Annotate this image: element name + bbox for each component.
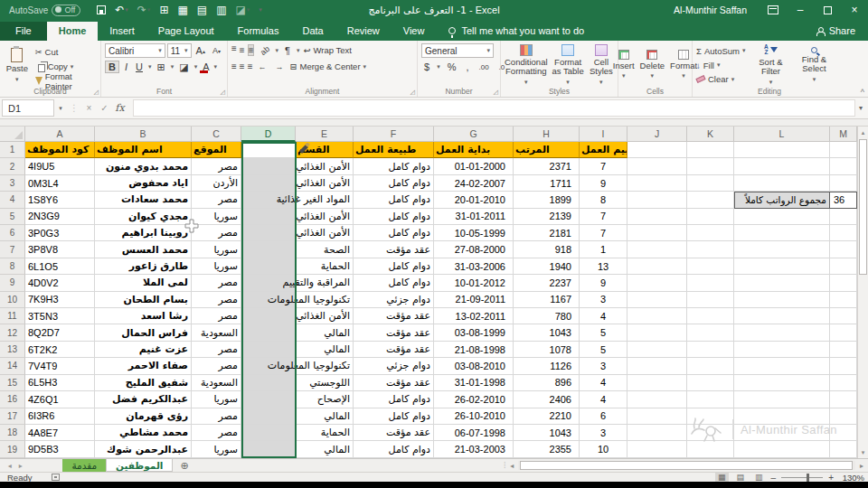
- cell[interactable]: طبيعة العمل: [354, 142, 434, 158]
- cell[interactable]: المرتب: [514, 142, 580, 158]
- cell[interactable]: [830, 358, 857, 374]
- cell[interactable]: [687, 375, 734, 391]
- autosum-button[interactable]: ΣAutoSum▾: [696, 44, 745, 58]
- cell[interactable]: 4D0V2: [25, 275, 95, 291]
- row-number[interactable]: 1: [0, 142, 25, 158]
- cell[interactable]: 1S8Y6: [25, 192, 95, 208]
- cell[interactable]: 7: [580, 225, 627, 241]
- cell[interactable]: 27-08-2000: [434, 241, 514, 258]
- cell[interactable]: [627, 158, 687, 174]
- row-number[interactable]: 15: [0, 375, 25, 391]
- macro-record-icon[interactable]: [52, 474, 60, 481]
- align-left-button[interactable]: ≡: [231, 61, 236, 71]
- cell[interactable]: 13: [580, 258, 627, 275]
- cell[interactable]: دوام كامل: [354, 391, 434, 408]
- comma-style-button[interactable]: ,: [463, 61, 471, 72]
- cell[interactable]: مصر: [192, 425, 241, 441]
- collapse-ribbon-button[interactable]: ^: [861, 88, 864, 97]
- cell[interactable]: 6T2K2: [25, 342, 95, 358]
- cell[interactable]: الأمن الغذائي: [296, 225, 354, 241]
- row-number[interactable]: 13: [0, 342, 25, 358]
- cell[interactable]: 01-01-2000: [434, 158, 514, 174]
- cell[interactable]: [687, 391, 734, 408]
- middle-align-button[interactable]: ≡: [240, 45, 244, 55]
- column-header[interactable]: E: [296, 127, 354, 142]
- cell[interactable]: [830, 425, 857, 441]
- cell[interactable]: [734, 275, 830, 291]
- cell[interactable]: [687, 209, 734, 225]
- cell[interactable]: عبدالكريم فضل: [95, 391, 192, 408]
- sheet-nav-left-icon[interactable]: ◂: [8, 462, 12, 470]
- cell[interactable]: لمى الملا: [95, 275, 192, 291]
- cell[interactable]: [830, 408, 857, 425]
- cell[interactable]: [241, 408, 296, 425]
- column-header[interactable]: G: [434, 127, 514, 142]
- cell[interactable]: عقد مؤقت: [354, 342, 434, 358]
- shrink-font-button[interactable]: A▾: [210, 46, 223, 55]
- cell[interactable]: [830, 225, 857, 241]
- column-header[interactable]: A: [25, 127, 95, 142]
- italic-button[interactable]: I: [122, 61, 130, 72]
- zoom-out-button[interactable]: –: [771, 473, 777, 483]
- cell[interactable]: [734, 375, 830, 391]
- cell[interactable]: 4: [580, 391, 627, 408]
- paste-button[interactable]: Paste▾: [4, 43, 31, 88]
- cell[interactable]: [830, 241, 857, 258]
- currency-button[interactable]: $: [421, 61, 432, 72]
- cell[interactable]: [627, 342, 687, 358]
- cell[interactable]: 13-02-2011: [434, 308, 514, 324]
- cell[interactable]: 6L5H3: [25, 375, 95, 391]
- cell[interactable]: [734, 391, 830, 408]
- cell[interactable]: الأمن الغذائي: [296, 308, 354, 324]
- tell-me-box[interactable]: Tell me what you want to do: [448, 25, 584, 41]
- cell[interactable]: مصر: [192, 192, 241, 208]
- cell[interactable]: 1043: [514, 324, 580, 341]
- cell[interactable]: اسم الموظف: [95, 142, 192, 158]
- cell[interactable]: دوام كامل: [354, 192, 434, 208]
- cell[interactable]: 1: [580, 241, 627, 258]
- cell[interactable]: [830, 375, 857, 391]
- cell[interactable]: [830, 209, 857, 225]
- cell[interactable]: دوام جزئي: [354, 292, 434, 308]
- cell[interactable]: [241, 158, 296, 174]
- row-number[interactable]: 8: [0, 258, 25, 275]
- cell[interactable]: مصر: [192, 358, 241, 374]
- cell[interactable]: دوام كامل: [354, 225, 434, 241]
- cell[interactable]: [687, 358, 734, 374]
- cell[interactable]: [830, 441, 857, 457]
- cell[interactable]: الأمن الغذائي: [296, 158, 354, 174]
- cell[interactable]: [830, 275, 857, 291]
- cell[interactable]: [627, 142, 687, 158]
- cell[interactable]: عبدالرحمن شوك: [95, 441, 192, 457]
- tab-view[interactable]: View: [392, 22, 437, 41]
- cell[interactable]: [687, 142, 734, 158]
- cell[interactable]: 918: [514, 241, 580, 258]
- cell[interactable]: عقد مؤقت: [354, 375, 434, 391]
- row-number[interactable]: 18: [0, 425, 25, 441]
- conditional-formatting-button[interactable]: Conditional Formatting▾: [505, 43, 548, 86]
- cell[interactable]: الصحة: [296, 241, 354, 258]
- qat-rows-button[interactable]: ▤: [193, 4, 211, 16]
- cell[interactable]: 4: [580, 308, 627, 324]
- cell[interactable]: [687, 342, 734, 358]
- cell[interactable]: 6I3R6: [25, 408, 95, 425]
- font-color-button[interactable]: A: [200, 61, 211, 73]
- cell[interactable]: 3T5N3: [25, 308, 95, 324]
- cell[interactable]: 03-08-2010: [434, 358, 514, 374]
- horizontal-scroll-thumb[interactable]: [520, 461, 853, 470]
- cell[interactable]: سوريا: [192, 241, 241, 258]
- increase-decimal-button[interactable]: .00: [476, 63, 491, 71]
- name-box-dropdown[interactable]: ▾: [54, 105, 67, 112]
- cell[interactable]: 6: [580, 408, 627, 425]
- name-box[interactable]: D1: [2, 99, 54, 117]
- cell[interactable]: [830, 158, 857, 174]
- cell[interactable]: [627, 375, 687, 391]
- cell[interactable]: [734, 308, 830, 324]
- cell[interactable]: تكنولوجيا المعلومات: [296, 292, 354, 308]
- cell[interactable]: 7: [580, 209, 627, 225]
- share-button[interactable]: Share: [804, 25, 868, 41]
- zoom-in-button[interactable]: +: [828, 473, 834, 483]
- total-note-cell[interactable]: مجموع الرواتب كاملاً: [734, 192, 830, 208]
- cell[interactable]: المواد الغير غذائية: [296, 192, 354, 208]
- minimize-button[interactable]: –: [787, 0, 814, 20]
